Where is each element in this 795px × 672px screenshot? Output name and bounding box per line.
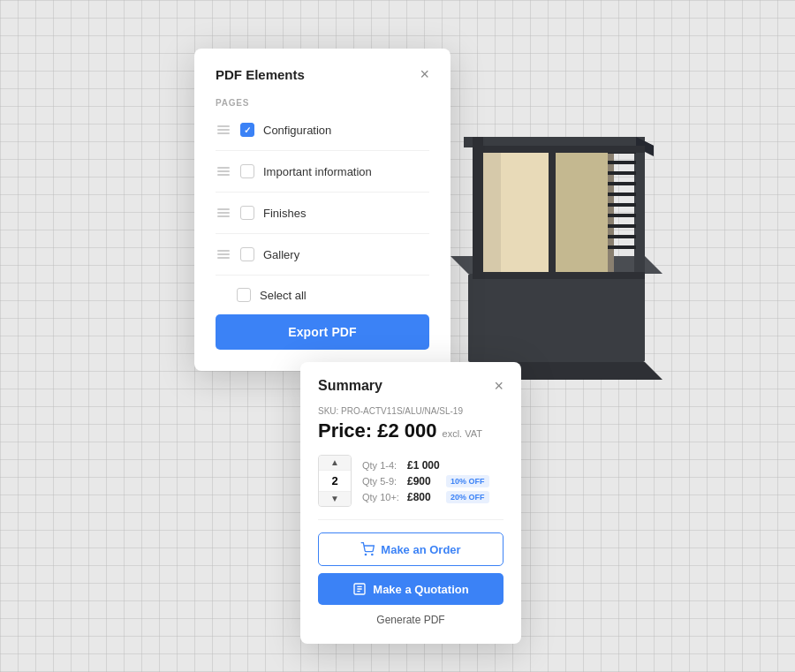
quotation-icon [352, 582, 367, 596]
drag-handle-configuration[interactable] [216, 124, 231, 136]
tier-3-discount: 20% OFF [446, 491, 489, 503]
svg-rect-13 [608, 182, 636, 185]
pdf-dialog-title: PDF Elements [216, 67, 305, 82]
tier-row-1: Qty 1-4: £1 000 [362, 459, 489, 472]
pdf-elements-dialog: PDF Elements × PAGES Configuration Impor… [194, 49, 450, 371]
checkbox-finishes[interactable] [240, 206, 254, 220]
svg-rect-11 [608, 161, 636, 164]
generate-pdf-link[interactable]: Generate PDF [318, 614, 504, 626]
tier-1-price: £1 000 [407, 459, 441, 472]
summary-title: Summary [318, 378, 382, 394]
checkbox-configuration[interactable] [240, 123, 254, 137]
divider-1 [216, 150, 429, 151]
page-item-configuration: Configuration [216, 117, 429, 143]
svg-rect-0 [468, 274, 645, 362]
summary-header: Summary × [318, 378, 504, 394]
svg-rect-14 [608, 193, 636, 196]
page-label-configuration: Configuration [263, 124, 331, 137]
tier-2-discount: 10% OFF [446, 475, 489, 487]
select-all-label: Select all [260, 289, 307, 302]
svg-rect-12 [608, 171, 636, 175]
select-all-row: Select all [216, 283, 429, 314]
qty-value: 2 [319, 470, 351, 492]
tier-3-range: Qty 10+: [362, 492, 402, 502]
tier-3-price: £800 [407, 491, 441, 503]
drag-handle-gallery[interactable] [216, 248, 231, 260]
tier-2-range: Qty 5-9: [362, 476, 402, 487]
divider-4 [216, 275, 429, 276]
svg-rect-21 [550, 152, 608, 276]
svg-point-27 [372, 554, 373, 555]
order-btn-label: Make an Order [381, 543, 460, 556]
divider-2 [216, 192, 429, 193]
svg-rect-19 [608, 245, 636, 249]
svg-point-26 [366, 554, 367, 555]
drag-handle-finishes[interactable] [216, 207, 231, 219]
page-item-finishes: Finishes [216, 200, 429, 226]
price-value: Price: £2 000 [318, 419, 437, 442]
page-label-finishes: Finishes [263, 207, 306, 220]
svg-rect-23 [473, 146, 645, 153]
sku-text: SKU: PRO-ACTV11S/ALU/NA/SL-19 [318, 406, 504, 416]
summary-dialog: Summary × SKU: PRO-ACTV11S/ALU/NA/SL-19 … [300, 362, 521, 644]
svg-rect-8 [634, 137, 645, 278]
pdf-dialog-header: PDF Elements × [216, 66, 429, 82]
price-display: Price: £2 000 excl. VAT [318, 419, 504, 442]
svg-rect-18 [608, 235, 636, 238]
page-label-important-info: Important information [263, 165, 372, 178]
svg-rect-24 [473, 272, 645, 279]
pdf-dialog-close-button[interactable]: × [420, 66, 429, 82]
qty-up-button[interactable]: ▲ [319, 456, 351, 470]
quotation-btn-label: Make a Quotation [373, 583, 468, 596]
quantity-stepper[interactable]: ▲ 2 ▼ [318, 455, 352, 507]
make-order-button[interactable]: Make an Order [318, 532, 504, 566]
svg-rect-15 [608, 203, 636, 207]
checkbox-gallery[interactable] [240, 247, 254, 261]
page-item-important-info: Important information [216, 158, 429, 185]
svg-rect-17 [608, 224, 636, 228]
page-label-gallery: Gallery [263, 248, 299, 261]
summary-close-button[interactable]: × [494, 378, 504, 394]
svg-rect-7 [473, 137, 483, 278]
checkbox-important-info[interactable] [240, 164, 254, 178]
svg-rect-16 [608, 214, 636, 217]
divider-3 [216, 233, 429, 234]
product-illustration [415, 62, 689, 380]
checkbox-select-all[interactable] [237, 288, 251, 302]
tier-row-2: Qty 5-9: £900 10% OFF [362, 475, 489, 487]
tier-row-3: Qty 10+: £800 20% OFF [362, 491, 489, 503]
drag-handle-important-info[interactable] [216, 165, 231, 177]
svg-rect-25 [549, 146, 556, 279]
pages-section-label: PAGES [216, 98, 429, 108]
tier-2-price: £900 [407, 475, 441, 487]
make-quotation-button[interactable]: Make a Quotation [318, 573, 504, 605]
svg-rect-22 [483, 152, 501, 276]
tier-1-range: Qty 1-4: [362, 460, 402, 471]
page-item-gallery: Gallery [216, 241, 429, 268]
qty-down-button[interactable]: ▼ [319, 492, 351, 506]
quantity-section: ▲ 2 ▼ Qty 1-4: £1 000 Qty 5-9: £900 10% … [318, 455, 504, 507]
summary-divider-1 [318, 519, 504, 520]
price-suffix: excl. VAT [443, 428, 482, 439]
export-pdf-button[interactable]: Export PDF [216, 314, 429, 350]
cart-icon [360, 542, 375, 556]
price-tiers: Qty 1-4: £1 000 Qty 5-9: £900 10% OFF Qt… [362, 459, 489, 503]
